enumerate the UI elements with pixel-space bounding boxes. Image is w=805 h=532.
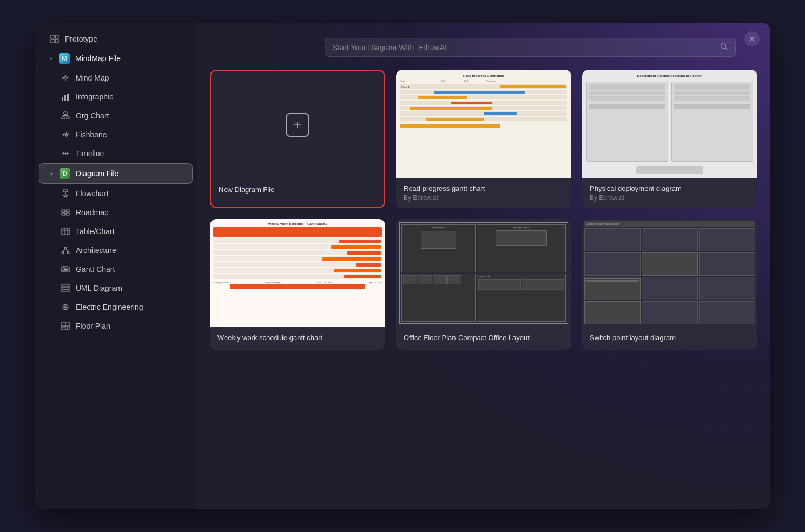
fishbone-icon bbox=[61, 130, 70, 139]
sidebar-item-architecture[interactable]: Architecture bbox=[39, 241, 193, 260]
search-input[interactable] bbox=[333, 43, 720, 52]
template-switch[interactable]: Switch point layout diagram bbox=[582, 219, 757, 350]
sidebar-item-gantt-chart[interactable]: Gantt Chart bbox=[39, 260, 193, 278]
svg-point-46 bbox=[62, 251, 64, 254]
svg-rect-41 bbox=[62, 228, 69, 235]
svg-rect-40 bbox=[66, 213, 69, 215]
svg-rect-2 bbox=[51, 39, 54, 43]
prototype-icon bbox=[50, 34, 60, 44]
template-author-gantt: By Edraw.ai bbox=[404, 194, 564, 202]
svg-rect-54 bbox=[64, 269, 68, 270]
search-bar bbox=[325, 38, 736, 57]
sidebar-item-floor-plan[interactable]: Floor Plan bbox=[39, 317, 193, 335]
sidebar-label-flowchart: Flowchart bbox=[76, 189, 109, 198]
template-info-gantt: Road progress gantt chart By Edraw.ai bbox=[396, 178, 571, 208]
sidebar: Prototype ▾ M MindMap File Mind Map bbox=[35, 23, 197, 509]
sidebar-item-table-chart[interactable]: Table/Chart bbox=[39, 222, 193, 241]
close-button[interactable]: × bbox=[744, 31, 760, 46]
svg-point-4 bbox=[64, 77, 67, 79]
sidebar-item-infographic[interactable]: Infographic bbox=[39, 88, 193, 106]
table-chart-icon bbox=[61, 227, 70, 236]
template-weekly-gantt[interactable]: Weekly Work Schedule – Gantt Chart1 Comp… bbox=[210, 219, 385, 350]
template-thumbnail-new: + bbox=[211, 71, 384, 179]
svg-rect-34 bbox=[63, 190, 68, 192]
sidebar-label-roadmap: Roadmap bbox=[76, 208, 109, 217]
template-floor-plan[interactable]: Meeting room Manager's office bbox=[396, 219, 571, 350]
sidebar-item-org-chart[interactable]: Org Chart bbox=[39, 107, 193, 125]
sidebar-item-timeline[interactable]: Timeline bbox=[39, 144, 193, 163]
svg-line-24 bbox=[65, 135, 67, 137]
svg-rect-3 bbox=[55, 39, 58, 43]
sidebar-label-architecture: Architecture bbox=[76, 246, 116, 255]
timeline-icon bbox=[61, 149, 70, 158]
template-new-diagram[interactable]: + New Diagram File bbox=[210, 70, 385, 208]
svg-rect-11 bbox=[64, 95, 66, 101]
gantt-chart-icon bbox=[61, 264, 70, 274]
sidebar-item-flowchart[interactable]: Flowchart bbox=[39, 184, 193, 203]
switch-preview-title: Switch point layout diagram bbox=[584, 221, 755, 227]
template-road-gantt[interactable]: Road progress Gantt chart Task Start End… bbox=[396, 70, 571, 208]
svg-line-23 bbox=[65, 132, 67, 135]
sidebar-label-gantt-chart: Gantt Chart bbox=[76, 265, 115, 274]
sidebar-label-mindmap-file: MindMap File bbox=[75, 54, 121, 63]
plus-icon: + bbox=[286, 113, 309, 137]
close-icon: × bbox=[750, 35, 754, 43]
sidebar-label-diagram-file: Diagram File bbox=[76, 169, 118, 178]
electric-engineering-icon bbox=[61, 302, 70, 312]
diagram-file-icon: D bbox=[60, 168, 70, 179]
sidebar-item-diagram-file[interactable]: ▾ D Diagram File bbox=[39, 163, 193, 184]
template-title-new: New Diagram File bbox=[219, 185, 377, 194]
template-title-gantt: Road progress gantt chart bbox=[404, 184, 564, 192]
svg-rect-39 bbox=[62, 213, 65, 215]
sidebar-label-uml-diagram: UML Diagram bbox=[76, 284, 122, 292]
roadmap-icon bbox=[61, 208, 70, 217]
template-title-floor: Office Floor Plan-Compact Office Layout bbox=[404, 334, 564, 342]
svg-rect-53 bbox=[63, 268, 66, 269]
floor-plan-icon bbox=[61, 321, 70, 331]
svg-line-68 bbox=[725, 48, 728, 50]
sidebar-item-roadmap[interactable]: Roadmap bbox=[39, 203, 193, 222]
mind-map-icon bbox=[61, 73, 70, 83]
sidebar-label-table-chart: Table/Chart bbox=[76, 227, 115, 236]
sidebar-item-electric-engineering[interactable]: Electric Engineering bbox=[39, 298, 193, 316]
template-title-deployment: Physical deployment diagram bbox=[590, 184, 750, 192]
svg-point-45 bbox=[64, 247, 67, 249]
svg-rect-0 bbox=[51, 35, 54, 38]
uml-diagram-icon bbox=[61, 283, 70, 293]
app-window: Prototype ▾ M MindMap File Mind Map bbox=[35, 23, 770, 509]
chevron-diagram: ▾ bbox=[50, 171, 53, 177]
svg-rect-13 bbox=[64, 112, 67, 114]
sidebar-label-floor-plan: Floor Plan bbox=[76, 322, 110, 330]
svg-line-9 bbox=[62, 78, 64, 79]
svg-line-48 bbox=[63, 249, 64, 252]
search-icon bbox=[720, 43, 728, 52]
template-thumbnail-switch: Switch point layout diagram bbox=[582, 219, 757, 327]
infographic-icon bbox=[61, 92, 70, 102]
svg-rect-37 bbox=[62, 210, 65, 212]
svg-rect-55 bbox=[62, 271, 67, 272]
sidebar-item-mind-map[interactable]: Mind Map bbox=[39, 69, 193, 87]
template-deployment[interactable]: Deployment physical deployment diagram bbox=[582, 70, 757, 208]
sidebar-label-electric-engineering: Electric Engineering bbox=[76, 303, 143, 311]
sidebar-label-timeline: Timeline bbox=[76, 149, 104, 158]
template-thumbnail-floor: Meeting room Manager's office bbox=[396, 219, 571, 327]
sidebar-label-org-chart: Org Chart bbox=[76, 111, 109, 120]
sidebar-item-mindmap-file[interactable]: ▾ M MindMap File bbox=[39, 49, 193, 68]
sidebar-item-fishbone[interactable]: Fishbone bbox=[39, 125, 193, 144]
svg-rect-10 bbox=[62, 97, 63, 101]
sidebar-item-uml-diagram[interactable]: UML Diagram bbox=[39, 279, 193, 297]
svg-rect-12 bbox=[67, 94, 69, 101]
template-info-switch: Switch point layout diagram bbox=[582, 327, 757, 350]
svg-rect-38 bbox=[66, 210, 69, 212]
template-title-weekly: Weekly work schedule gantt chart bbox=[217, 334, 378, 342]
architecture-icon bbox=[61, 245, 70, 255]
main-content: × + New Diagram File bbox=[197, 23, 770, 509]
template-title-switch: Switch point layout diagram bbox=[590, 334, 750, 342]
svg-rect-14 bbox=[62, 117, 64, 119]
sidebar-label-fishbone: Fishbone bbox=[76, 130, 107, 139]
svg-rect-56 bbox=[62, 284, 69, 287]
template-info-deployment: Physical deployment diagram By Edraw.ai bbox=[582, 178, 757, 208]
template-thumbnail-deployment: Deployment physical deployment diagram bbox=[582, 70, 757, 178]
sidebar-item-prototype[interactable]: Prototype bbox=[39, 30, 193, 48]
template-info-weekly: Weekly work schedule gantt chart bbox=[210, 327, 385, 350]
